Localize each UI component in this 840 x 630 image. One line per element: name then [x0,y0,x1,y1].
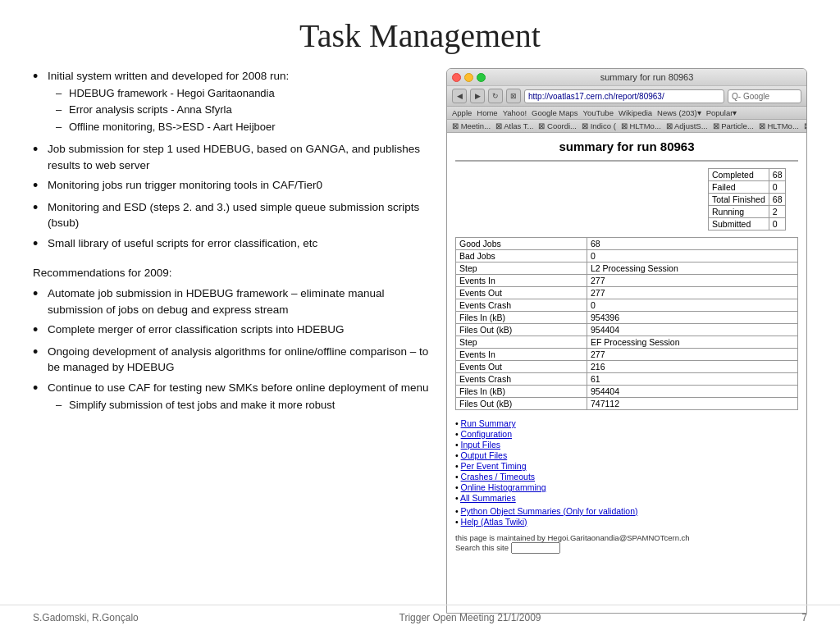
bookmark-yahoo[interactable]: Yahoo! [503,108,527,117]
sub-list: – Simplify submission of test jobs and m… [48,398,433,413]
bm-particle[interactable]: ⊠ Particle... [713,121,754,130]
bullet-dot: • [33,322,48,340]
search-bar[interactable]: Q- Google [728,89,801,103]
link-item[interactable]: Input Files [455,440,798,450]
summary-value: 68 [769,194,786,206]
link-item[interactable]: Run Summary [455,418,798,428]
table-row: Running 2 [709,206,786,218]
table-cell-value: 954396 [587,312,797,324]
address-bar[interactable]: http://voatlas17.cern.ch/report/80963/ [524,89,724,103]
forward-button[interactable]: ▶ [470,89,485,103]
bullet-dot: • [33,141,48,159]
python-summaries-link[interactable]: Python Object Summaries (Only for valida… [461,506,638,516]
footer-event: Trigger Open Meeting 21/1/2009 [399,612,541,623]
sub-list-item: – Simplify submission of test jobs and m… [56,398,433,413]
link-item[interactable]: Crashes / Timeouts [455,472,798,482]
web-page: summary for run 80963 Completed 68 [447,133,806,613]
bm-hltmo1[interactable]: ⊠ HLTMo... [621,121,661,130]
crashes-timeouts-link[interactable]: Crashes / Timeouts [461,472,535,482]
summary-table: Completed 68 Failed 0 Total Finished [708,168,786,231]
bookmark-youtube[interactable]: YouTube [583,108,614,117]
table-row: Total Finished 68 [709,194,786,206]
summary-value: 0 [769,181,786,194]
footer-authors: S.Gadomski, R.Gonçalo [33,612,139,623]
bm-indico[interactable]: ⊠ Indico ( [582,121,616,130]
browser-toolbar: ◀ ▶ ↻ ⊠ http://voatlas17.cern.ch/report/… [447,86,806,107]
list-item: • Complete merger of error classificatio… [33,322,433,340]
table-row: Completed 68 [709,169,786,181]
link-item[interactable]: Per Event Timing [455,461,798,471]
bookmarks-bar-1: Apple Home Yahoo! Google Maps YouTube Wi… [447,107,806,120]
link-item[interactable]: Online Histogramming [455,482,798,492]
bookmark-popular[interactable]: Popular▾ [706,108,737,117]
home-button[interactable]: ⊠ [506,89,521,103]
table-row: Good Jobs 68 [456,238,798,250]
table-cell-value: 277 [587,287,797,299]
bookmark-news[interactable]: News (203)▾ [657,108,701,117]
table-cell-label: Step [456,262,587,275]
link-item[interactable]: Output Files [455,450,798,460]
link-item[interactable]: Python Object Summaries (Only for valida… [455,506,798,516]
browser-titlebar: summary for run 80963 [447,69,806,86]
minimize-button[interactable] [464,73,473,82]
web-footer: this page is maintained by Hegoi.Garitao… [455,533,798,554]
table-row: Files Out (kB) 954404 [456,324,798,336]
close-button[interactable] [452,73,461,82]
browser-window: summary for run 80963 ◀ ▶ ↻ ⊠ http://voa… [446,68,807,614]
table-row: Submitted 0 [709,218,786,231]
bm-athena[interactable]: ⊠ Athena [804,121,806,130]
maximize-button[interactable] [477,73,486,82]
summary-label: Total Finished [709,194,769,206]
table-cell-label: Events Out [456,287,587,299]
table-row: Bad Jobs 0 [456,250,798,262]
configuration-link[interactable]: Configuration [461,429,512,439]
input-files-link[interactable]: Input Files [461,440,500,450]
table-cell-label: Events Crash [456,373,587,386]
bookmark-apple[interactable]: Apple [452,108,472,117]
footer-maintainer: this page is maintained by Hegoi.Garitao… [455,533,798,542]
table-cell-value: 954404 [587,324,797,336]
bm-adjusts[interactable]: ⊠ AdjustS... [666,121,708,130]
bookmark-wikipedia[interactable]: Wikipedia [619,108,652,117]
bullet-dot: • [33,380,48,398]
browser-title: summary for run 80963 [492,72,801,82]
left-column: • Initial system written and developed f… [33,68,433,614]
sub-list-item: – HDEBUG framework - Hegoi Garitaonandia [56,86,433,102]
table-cell-label: Step [456,336,587,349]
bullet-dot: • [33,235,48,253]
link-item[interactable]: Help (Atlas Twiki) [455,517,798,527]
table-cell-value: 954404 [587,386,797,398]
web-stats-table: Good Jobs 68 Bad Jobs 0 Step L2 Processi… [455,237,798,410]
table-cell-value: 747112 [587,398,797,410]
site-search-input[interactable] [511,542,560,554]
table-row: Step L2 Processing Session [456,262,798,275]
back-button[interactable]: ◀ [452,89,467,103]
bm-atlas[interactable]: ⊠ Atlas T... [495,121,533,130]
bm-meetin[interactable]: ⊠ Meetin... [452,121,491,130]
list-item: • Monitoring and ESD (steps 2. and 3.) u… [33,199,433,231]
bookmark-home[interactable]: Home [477,108,497,117]
refresh-button[interactable]: ↻ [488,89,503,103]
table-row: Files Out (kB) 747112 [456,398,798,410]
bullet-list: • Initial system written and developed f… [33,68,433,253]
bm-hltmo2[interactable]: ⊠ HLTMo... [759,121,799,130]
list-item: • Job submission for step 1 used HDEBUG,… [33,141,433,173]
per-event-timing-link[interactable]: Per Event Timing [461,461,527,471]
output-files-link[interactable]: Output Files [461,450,508,460]
traffic-lights [452,73,486,82]
run-summary-link[interactable]: Run Summary [461,418,516,428]
right-column: summary for run 80963 ◀ ▶ ↻ ⊠ http://voa… [446,68,807,614]
table-cell-label: Files Out (kB) [456,398,587,410]
bookmark-google-maps[interactable]: Google Maps [532,108,578,117]
table-cell-label: Files Out (kB) [456,324,587,336]
content-area: • Initial system written and developed f… [33,68,807,614]
online-histogramming-link[interactable]: Online Histogramming [461,482,546,492]
all-summaries-link[interactable]: All Summaries [460,493,516,503]
link-item[interactable]: Configuration [455,429,798,439]
bm-coordi[interactable]: ⊠ Coordi... [538,121,577,130]
table-cell-value: 277 [587,275,797,287]
help-link[interactable]: Help (Atlas Twiki) [461,517,527,527]
link-item[interactable]: All Summaries [455,493,798,503]
table-cell-label: Events Out [456,361,587,373]
list-item: • Monitoring jobs run trigger monitoring… [33,177,433,195]
